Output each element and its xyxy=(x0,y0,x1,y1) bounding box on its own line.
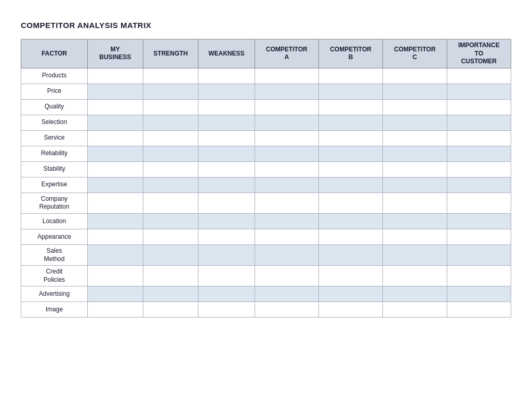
data-cell[interactable] xyxy=(383,130,447,146)
data-cell[interactable] xyxy=(255,99,318,115)
data-cell[interactable] xyxy=(383,177,447,193)
data-cell[interactable] xyxy=(87,130,143,146)
data-cell[interactable] xyxy=(318,266,382,286)
data-cell[interactable] xyxy=(87,161,143,177)
data-cell[interactable] xyxy=(198,99,255,115)
data-cell[interactable] xyxy=(143,244,198,265)
data-cell[interactable] xyxy=(198,161,255,177)
data-cell[interactable] xyxy=(255,266,318,286)
data-cell[interactable] xyxy=(447,130,511,146)
data-cell[interactable] xyxy=(318,161,382,177)
data-cell[interactable] xyxy=(447,302,511,318)
data-cell[interactable] xyxy=(198,84,255,99)
data-cell[interactable] xyxy=(447,229,511,244)
data-cell[interactable] xyxy=(383,302,447,318)
data-cell[interactable] xyxy=(87,115,143,130)
data-cell[interactable] xyxy=(143,177,198,193)
data-cell[interactable] xyxy=(447,99,511,115)
data-cell[interactable] xyxy=(447,115,511,130)
data-cell[interactable] xyxy=(255,68,318,84)
data-cell[interactable] xyxy=(143,193,198,213)
data-cell[interactable] xyxy=(383,229,447,244)
data-cell[interactable] xyxy=(143,146,198,161)
data-cell[interactable] xyxy=(143,229,198,244)
data-cell[interactable] xyxy=(198,115,255,130)
data-cell[interactable] xyxy=(198,146,255,161)
data-cell[interactable] xyxy=(87,193,143,213)
data-cell[interactable] xyxy=(143,99,198,115)
data-cell[interactable] xyxy=(198,213,255,229)
data-cell[interactable] xyxy=(318,177,382,193)
data-cell[interactable] xyxy=(383,84,447,99)
data-cell[interactable] xyxy=(87,68,143,84)
data-cell[interactable] xyxy=(255,115,318,130)
data-cell[interactable] xyxy=(318,130,382,146)
data-cell[interactable] xyxy=(143,266,198,286)
data-cell[interactable] xyxy=(383,146,447,161)
data-cell[interactable] xyxy=(255,130,318,146)
data-cell[interactable] xyxy=(383,244,447,265)
data-cell[interactable] xyxy=(143,115,198,130)
data-cell[interactable] xyxy=(87,286,143,302)
data-cell[interactable] xyxy=(383,286,447,302)
data-cell[interactable] xyxy=(87,302,143,318)
data-cell[interactable] xyxy=(255,84,318,99)
data-cell[interactable] xyxy=(87,99,143,115)
data-cell[interactable] xyxy=(318,286,382,302)
data-cell[interactable] xyxy=(255,177,318,193)
data-cell[interactable] xyxy=(198,193,255,213)
data-cell[interactable] xyxy=(198,302,255,318)
data-cell[interactable] xyxy=(87,229,143,244)
data-cell[interactable] xyxy=(447,68,511,84)
data-cell[interactable] xyxy=(143,130,198,146)
data-cell[interactable] xyxy=(318,244,382,265)
data-cell[interactable] xyxy=(87,146,143,161)
data-cell[interactable] xyxy=(383,161,447,177)
data-cell[interactable] xyxy=(198,177,255,193)
data-cell[interactable] xyxy=(255,193,318,213)
data-cell[interactable] xyxy=(318,68,382,84)
data-cell[interactable] xyxy=(198,68,255,84)
data-cell[interactable] xyxy=(318,229,382,244)
data-cell[interactable] xyxy=(255,302,318,318)
data-cell[interactable] xyxy=(318,115,382,130)
data-cell[interactable] xyxy=(143,68,198,84)
data-cell[interactable] xyxy=(143,302,198,318)
data-cell[interactable] xyxy=(255,229,318,244)
data-cell[interactable] xyxy=(198,244,255,265)
data-cell[interactable] xyxy=(383,68,447,84)
data-cell[interactable] xyxy=(447,177,511,193)
data-cell[interactable] xyxy=(447,244,511,265)
data-cell[interactable] xyxy=(87,213,143,229)
data-cell[interactable] xyxy=(318,84,382,99)
data-cell[interactable] xyxy=(318,302,382,318)
data-cell[interactable] xyxy=(447,286,511,302)
data-cell[interactable] xyxy=(198,266,255,286)
data-cell[interactable] xyxy=(255,161,318,177)
data-cell[interactable] xyxy=(198,130,255,146)
data-cell[interactable] xyxy=(87,244,143,265)
data-cell[interactable] xyxy=(447,213,511,229)
data-cell[interactable] xyxy=(383,115,447,130)
data-cell[interactable] xyxy=(87,84,143,99)
data-cell[interactable] xyxy=(198,286,255,302)
data-cell[interactable] xyxy=(143,84,198,99)
data-cell[interactable] xyxy=(143,161,198,177)
data-cell[interactable] xyxy=(318,99,382,115)
data-cell[interactable] xyxy=(383,266,447,286)
data-cell[interactable] xyxy=(447,161,511,177)
data-cell[interactable] xyxy=(87,266,143,286)
data-cell[interactable] xyxy=(447,146,511,161)
data-cell[interactable] xyxy=(255,244,318,265)
data-cell[interactable] xyxy=(447,84,511,99)
data-cell[interactable] xyxy=(318,146,382,161)
data-cell[interactable] xyxy=(255,213,318,229)
data-cell[interactable] xyxy=(143,286,198,302)
data-cell[interactable] xyxy=(318,193,382,213)
data-cell[interactable] xyxy=(255,146,318,161)
data-cell[interactable] xyxy=(383,99,447,115)
data-cell[interactable] xyxy=(447,266,511,286)
data-cell[interactable] xyxy=(383,193,447,213)
data-cell[interactable] xyxy=(383,213,447,229)
data-cell[interactable] xyxy=(255,286,318,302)
